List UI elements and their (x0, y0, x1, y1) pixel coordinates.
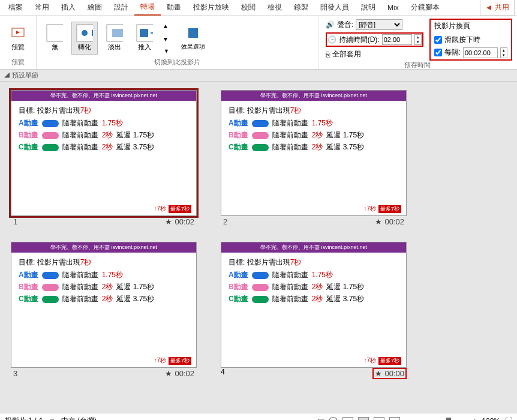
language-label[interactable]: 中文 (台灣) (61, 416, 97, 420)
after-checkbox[interactable] (434, 49, 442, 56)
transition-none[interactable]: 無 (41, 22, 68, 54)
normal-view-button[interactable] (342, 417, 353, 421)
tab-record[interactable]: 錄製 (288, 0, 314, 15)
gallery-down-icon[interactable]: ▾ (164, 35, 169, 43)
svg-rect-8 (140, 29, 148, 37)
transition-push-label: 推入 (138, 43, 151, 52)
on-click-label: 滑鼠按下時 (444, 35, 480, 45)
svg-rect-1 (47, 25, 63, 41)
duration-input[interactable] (382, 34, 412, 45)
group-label-transitions: 切換到此投影片 (41, 58, 313, 67)
tab-home[interactable]: 常用 (29, 0, 55, 15)
fade-icon (106, 25, 123, 41)
slide-thumbnail[interactable]: 學不完、教不停、用不盡 isvincent.pixnet.net 目標: 投影片… (11, 90, 197, 216)
ribbon-group-transitions: 無 轉化 淡出 推入 ▴ ▾ ▼ 效果選項 (37, 16, 318, 69)
transition-fade[interactable]: 淡出 (101, 22, 128, 54)
ribbon-group-timing: 🔊 聲音: [靜音] 🕒 持續時間(D): ▴▾ ⎘ 全部套用 投影片換頁 (318, 16, 517, 69)
ribbon-group-preview: 預覽 預覽 (0, 16, 37, 69)
advance-title: 投影片換頁 (434, 21, 507, 31)
section-header[interactable]: ◢ 預設單節 (0, 70, 517, 82)
zoom-out-button[interactable]: − (405, 417, 409, 421)
morph-icon (76, 25, 93, 41)
slide-time: ★ 00:02 (375, 217, 404, 226)
effect-options-label: 效果選項 (181, 43, 205, 51)
star-icon: ★ (165, 369, 172, 378)
gallery-more-icon[interactable]: ▼ (164, 48, 169, 54)
tab-review[interactable]: 校閱 (235, 0, 261, 15)
tab-help[interactable]: 說明 (355, 0, 381, 15)
comments-icon[interactable]: 💬 (329, 417, 338, 421)
advance-slide-box: 投影片換頁 滑鼠按下時 每隔: ▴▾ (429, 19, 512, 61)
notes-icon[interactable]: ▤ (317, 417, 324, 421)
sound-select[interactable]: [靜音] (356, 19, 402, 30)
effect-options-button[interactable]: 效果選項 (178, 22, 209, 53)
share-button[interactable]: 共用 (480, 0, 515, 16)
slide-thumbnail[interactable]: 學不完、教不停、用不盡 isvincent.pixnet.net 目標: 投影片… (11, 242, 197, 368)
star-icon: ★ (165, 217, 172, 226)
slide-meta: 1★ 00:02 (11, 216, 197, 227)
transition-morph-label: 轉化 (78, 43, 91, 52)
zoom-level[interactable]: 120% (482, 417, 500, 421)
star-icon: ★ (375, 217, 382, 226)
slide-time: ★ 00:02 (165, 217, 194, 226)
apply-all-icon: ⎘ (326, 50, 330, 59)
gallery-up-icon[interactable]: ▴ (164, 22, 169, 30)
apply-all-button[interactable]: ⎘ 全部套用 (326, 49, 423, 59)
reading-view-button[interactable] (374, 417, 384, 421)
slide-time: ★ 00:00 (375, 369, 404, 378)
tab-slideshow[interactable]: 投影片放映 (187, 0, 235, 15)
menu-bar: 檔案 常用 插入 繪圖 設計 轉場 動畫 投影片放映 校閱 檢視 錄製 開發人員… (0, 0, 517, 16)
apply-all-label: 全部套用 (332, 49, 361, 59)
push-icon (136, 25, 153, 41)
tab-storyboard[interactable]: 分鏡腳本 (405, 0, 446, 15)
slide-time: ★ 00:02 (165, 369, 194, 378)
slide-number: 2 (223, 217, 227, 226)
timing-left-col: 🔊 聲音: [靜音] 🕒 持續時間(D): ▴▾ ⎘ 全部套用 (323, 18, 426, 61)
after-spinner[interactable]: ▴▾ (500, 47, 507, 58)
zoom-in-button[interactable]: + (473, 417, 477, 421)
fit-window-icon[interactable]: ⛶ (505, 417, 512, 421)
none-icon (46, 25, 63, 41)
slide-meta: ★ 00:00 (372, 368, 407, 379)
slide-number: 1 (13, 217, 17, 226)
share-label: 共用 (495, 2, 509, 13)
sorter-view-button[interactable] (358, 417, 369, 421)
slide-sorter-view: 學不完、教不停、用不盡 isvincent.pixnet.net 目標: 投影片… (0, 82, 517, 413)
slide-meta: 3★ 00:02 (11, 368, 197, 379)
slide-meta: 2★ 00:02 (221, 216, 407, 227)
tab-view[interactable]: 檢視 (261, 0, 288, 15)
slide-number: 3 (13, 369, 17, 378)
transition-morph[interactable]: 轉化 (71, 22, 98, 55)
slide-count: 投影片 1 / 4 (5, 416, 43, 420)
ribbon: 預覽 預覽 無 轉化 淡出 推入 ▴ ▾ (0, 16, 517, 70)
preview-button[interactable]: 預覽 (5, 22, 31, 54)
after-label: 每隔: (444, 47, 461, 58)
tab-developer[interactable]: 開發人員 (314, 0, 355, 15)
tab-draw[interactable]: 繪圖 (82, 0, 108, 15)
spellcheck-icon[interactable]: ⎚ (50, 417, 54, 421)
slideshow-view-button[interactable] (389, 417, 400, 421)
after-input[interactable] (463, 47, 498, 58)
tab-animations[interactable]: 動畫 (161, 0, 187, 15)
transition-push[interactable]: 推入 (131, 22, 158, 54)
on-click-checkbox[interactable] (434, 36, 442, 44)
sound-label: 聲音: (337, 20, 353, 30)
svg-rect-4 (92, 30, 93, 36)
group-label-preview: 預覽 (5, 58, 31, 67)
speaker-icon: 🔊 (326, 20, 335, 29)
tab-insert[interactable]: 插入 (55, 0, 82, 15)
transition-fade-label: 淡出 (108, 43, 121, 52)
preview-label: 預覽 (11, 43, 25, 52)
preview-icon (10, 25, 26, 41)
share-icon (485, 4, 492, 11)
duration-spinner[interactable]: ▴▾ (414, 34, 422, 45)
tab-design[interactable]: 設計 (108, 0, 134, 15)
slide-thumbnail[interactable]: 學不完、教不停、用不盡 isvincent.pixnet.net 目標: 投影片… (221, 242, 407, 368)
slide-thumbnail[interactable]: 學不完、教不停、用不盡 isvincent.pixnet.net 目標: 投影片… (221, 90, 407, 216)
tab-mix[interactable]: Mix (381, 1, 405, 14)
tab-file[interactable]: 檔案 (2, 0, 29, 15)
tab-transitions[interactable]: 轉場 (134, 0, 161, 16)
svg-rect-9 (188, 28, 198, 38)
effect-options-icon (185, 25, 202, 41)
transition-none-label: 無 (52, 43, 58, 52)
